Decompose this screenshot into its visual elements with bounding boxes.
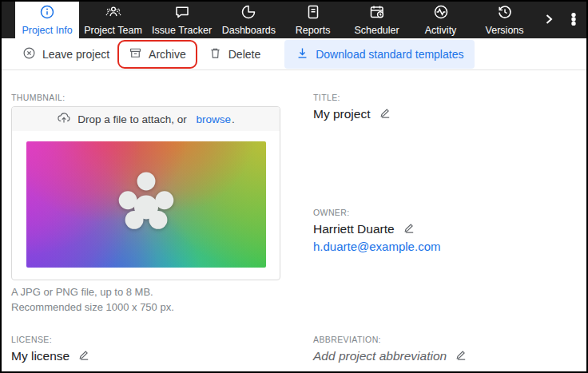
edit-abbreviation-button[interactable] bbox=[455, 349, 467, 363]
leave-project-button[interactable]: Leave project bbox=[22, 46, 109, 62]
edit-license-button[interactable] bbox=[78, 349, 90, 363]
tab-label: Versions bbox=[486, 25, 524, 36]
versions-icon bbox=[497, 4, 513, 22]
activity-icon bbox=[433, 4, 449, 22]
abbreviation-label: ABBREVIATION: bbox=[313, 335, 381, 344]
tab-label: Project Team bbox=[84, 25, 142, 36]
download-templates-button[interactable]: Download standard templates bbox=[284, 40, 475, 69]
pencil-icon bbox=[403, 222, 415, 236]
pencil-icon bbox=[379, 107, 391, 121]
tab-project-team[interactable]: Project Team bbox=[79, 2, 147, 38]
chevron-right-icon bbox=[541, 11, 557, 30]
license-label: LICENSE: bbox=[11, 335, 52, 344]
splat-logo-icon bbox=[111, 168, 181, 241]
dropzone-header: Drop a file to attach, or browse. bbox=[12, 107, 280, 131]
pencil-icon bbox=[455, 349, 467, 363]
tab-issue-tracker[interactable]: Issue Tracker bbox=[147, 2, 217, 38]
thumbnail-label: THUMBNAIL: bbox=[11, 93, 66, 102]
browse-link[interactable]: browse bbox=[197, 113, 232, 125]
download-templates-label: Download standard templates bbox=[316, 48, 463, 61]
archive-highlight-annotation: Archive bbox=[117, 40, 197, 69]
delete-label: Delete bbox=[228, 48, 260, 61]
project-info-panel: THUMBNAIL: Drop a file to attach, or bro… bbox=[2, 70, 586, 371]
tab-label: Project Info bbox=[22, 25, 72, 36]
tab-label: Scheduler bbox=[354, 25, 399, 36]
leave-project-icon bbox=[22, 46, 36, 62]
thumbnail-help-text: A JPG or PNG file, up to 8 MB. Recommend… bbox=[11, 284, 174, 315]
tab-dashboards[interactable]: Dashboards bbox=[217, 2, 280, 38]
abbreviation-value-row: Add project abbreviation bbox=[313, 349, 467, 363]
dashboards-icon bbox=[240, 4, 256, 22]
project-thumbnail-image bbox=[26, 141, 266, 268]
tab-label: Activity bbox=[425, 25, 457, 36]
top-navigation: Project Info Project Team Issue Tracker … bbox=[2, 2, 586, 38]
app-window: Project Info Project Team Issue Tracker … bbox=[0, 0, 588, 373]
cloud-upload-icon bbox=[57, 111, 71, 128]
tab-label: Dashboards bbox=[222, 25, 276, 36]
license-value: My license bbox=[11, 349, 70, 363]
title-value: My project bbox=[313, 107, 371, 121]
tab-project-info[interactable]: Project Info bbox=[15, 2, 79, 38]
owner-value-row: Harriett Duarte bbox=[313, 222, 415, 236]
title-value-row: My project bbox=[313, 107, 391, 121]
tab-label: Issue Tracker bbox=[152, 25, 212, 36]
archive-label: Archive bbox=[149, 48, 186, 61]
team-icon bbox=[105, 4, 121, 22]
pencil-icon bbox=[78, 349, 90, 363]
owner-label: OWNER: bbox=[313, 208, 350, 217]
drop-text-suffix: . bbox=[232, 113, 235, 125]
archive-button[interactable]: Archive bbox=[129, 46, 186, 62]
kebab-menu-button[interactable] bbox=[562, 2, 586, 38]
delete-button[interactable]: Delete bbox=[209, 46, 260, 62]
kebab-menu-icon bbox=[566, 11, 582, 30]
scheduler-icon bbox=[369, 4, 385, 22]
download-icon bbox=[296, 46, 309, 62]
thumbnail-dropzone[interactable]: Drop a file to attach, or browse. bbox=[11, 106, 280, 280]
drop-text: Drop a file to attach, or bbox=[77, 113, 189, 125]
owner-email-link[interactable]: h.duarte@example.com bbox=[313, 240, 440, 253]
owner-value: Harriett Duarte bbox=[313, 222, 395, 236]
tab-label: Reports bbox=[296, 25, 331, 36]
tab-versions[interactable]: Versions bbox=[473, 2, 537, 38]
issue-tracker-icon bbox=[174, 4, 190, 22]
abbreviation-placeholder: Add project abbreviation bbox=[313, 349, 447, 363]
tab-activity[interactable]: Activity bbox=[409, 2, 473, 38]
project-actions-toolbar: Leave project Archive Delete Download st… bbox=[2, 38, 586, 70]
edit-owner-button[interactable] bbox=[403, 222, 415, 236]
nav-overflow-chevron[interactable] bbox=[537, 2, 562, 38]
tab-scheduler[interactable]: Scheduler bbox=[345, 2, 409, 38]
reports-icon bbox=[305, 4, 321, 22]
edit-title-button[interactable] bbox=[379, 107, 391, 121]
trash-icon bbox=[209, 46, 222, 62]
leave-project-label: Leave project bbox=[42, 48, 109, 61]
tab-reports[interactable]: Reports bbox=[281, 2, 345, 38]
archive-icon bbox=[129, 46, 142, 62]
info-icon bbox=[39, 4, 55, 22]
title-label: TITLE: bbox=[313, 93, 340, 102]
license-value-row: My license bbox=[11, 349, 90, 363]
